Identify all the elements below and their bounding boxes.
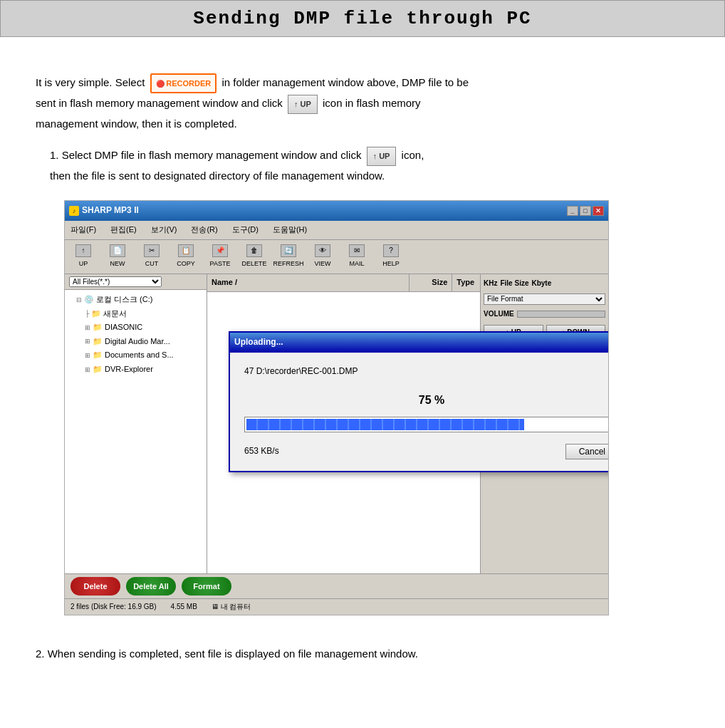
tree-label-disk: 로컬 디스크 (C:) <box>96 293 152 306</box>
window-titlebar: ♪ SHARP MP3 II _ □ ✕ <box>65 201 608 221</box>
folder-tree: ⊟ 💿 로컬 디스크 (C:) ├ 📁 새문서 ⊞ 📁 DIASONIC <box>65 290 207 380</box>
step1-line2: then the file is sent to designated dire… <box>50 170 385 182</box>
upload-title: Uploading... <box>234 335 283 350</box>
expand-icon-digital: ⊞ <box>85 336 90 346</box>
tree-label-diasonic: DIASONIC <box>105 321 142 334</box>
folder-icon-docs: 📁 <box>93 349 103 362</box>
filesize-label: File Size <box>500 277 528 290</box>
expand-icon-diasonic: ⊞ <box>85 323 90 333</box>
upload-speed: 653 KB/s <box>244 444 279 459</box>
new-toolbar-icon: 📄 <box>110 244 125 257</box>
volume-row: VOLUME <box>484 308 605 321</box>
window-controls[interactable]: _ □ ✕ <box>567 206 604 216</box>
tree-item-docs[interactable]: ⊞ 📁 Documents and S... <box>68 348 204 363</box>
tree-label-newdoc: 새문서 <box>103 308 127 321</box>
delete-button[interactable]: Delete <box>71 577 120 596</box>
tree-item-dvr[interactable]: ⊞ 📁 DVR-Explorer <box>68 363 204 377</box>
folder-icon-digital: 📁 <box>93 336 103 348</box>
intro-line2-after: icon in flash memory <box>323 97 421 109</box>
window-bottom-bar: Delete Delete All Format <box>65 573 608 598</box>
toolbar-up[interactable]: ↑ UP <box>68 242 99 271</box>
expand-icon-dvr: ⊞ <box>85 365 90 375</box>
volume-label: VOLUME <box>484 308 514 321</box>
upload-percent: 75 % <box>244 390 608 411</box>
view-toolbar-icon: 👁 <box>315 244 330 257</box>
tree-item-disk[interactable]: ⊟ 💿 로컬 디스크 (C:) <box>68 293 204 307</box>
toolbar-refresh[interactable]: 🔄 REFRESH <box>273 242 304 271</box>
menu-view[interactable]: 보기(V) <box>148 222 180 238</box>
cancel-button[interactable]: Cancel <box>565 444 608 459</box>
format-button[interactable]: Format <box>182 577 231 596</box>
intro-line3: management window, then it is completed. <box>36 118 237 130</box>
volume-slider[interactable] <box>517 311 605 318</box>
status-size: 4.55 MB <box>171 600 197 613</box>
mail-toolbar-icon: ✉ <box>349 244 365 257</box>
intro-paragraph: It is very simple. Select RECORDER in fo… <box>36 73 689 134</box>
filesize-unit: Kbyte <box>531 277 551 290</box>
menu-transfer[interactable]: 전송(R) <box>188 222 220 238</box>
toolbar-mail[interactable]: ✉ MAIL <box>341 242 372 271</box>
toolbar-new[interactable]: 📄 NEW <box>102 242 133 271</box>
menu-help[interactable]: 도움말(H) <box>270 222 310 238</box>
step1-main: 1. Select DMP file in flash memory manag… <box>50 149 361 161</box>
toolbar-help[interactable]: ? HELP <box>375 242 407 271</box>
copy-toolbar-icon: 📋 <box>178 244 194 257</box>
progress-bar-fill <box>246 419 524 430</box>
tree-label-docs: Documents and S... <box>105 349 174 362</box>
toolbar: ↑ UP 📄 NEW ✂ CUT 📋 COPY 📌 PASTE 🗑 DELE <box>65 240 608 274</box>
tree-item-diasonic[interactable]: ⊞ 📁 DIASONIC <box>68 321 204 335</box>
upload-footer: 653 KB/s Cancel <box>244 444 608 459</box>
tree-label-dvr: DVR-Explorer <box>105 363 153 376</box>
upload-body: 47 D:\recorder\REC-001.DMP 75 % 653 KB/s… <box>230 353 608 471</box>
toolbar-cut[interactable]: ✂ CUT <box>136 242 167 271</box>
expand-icon: ⊟ <box>76 295 82 305</box>
toolbar-delete[interactable]: 🗑 DELETE <box>239 242 270 271</box>
titlebar-left: ♪ SHARP MP3 II <box>69 203 139 219</box>
refresh-toolbar-icon: 🔄 <box>281 244 296 257</box>
intro-line1-after: in folder management window above, DMP f… <box>221 76 469 88</box>
intro-line1-before: It is very simple. Select <box>36 76 148 88</box>
maximize-button[interactable]: □ <box>580 206 591 216</box>
menu-edit[interactable]: 편집(E) <box>108 222 140 238</box>
page-header: Sending DMP file through PC <box>0 0 725 37</box>
window-icon: ♪ <box>69 206 79 216</box>
flash-khz-row: KHz File Size Kbyte <box>484 277 605 290</box>
folder-icon-diasonic: 📁 <box>93 321 103 334</box>
delete-toolbar-icon: 🗑 <box>246 244 262 257</box>
upload-titlebar: Uploading... ✕ <box>230 333 608 353</box>
file-list-panel: Name / Size Type Modified KHz File Size … <box>207 274 608 573</box>
delete-all-button[interactable]: Delete All <box>126 577 176 596</box>
toolbar-view[interactable]: 👁 VIEW <box>307 242 338 271</box>
window-body: All Files(*.*) ⊟ 💿 로컬 디스크 (C:) ├ 📁 새문서 <box>65 274 608 573</box>
menu-bar: 파일(F) 편집(E) 보기(V) 전송(R) 도구(D) 도움말(H) <box>65 221 608 240</box>
folder-icon-newdoc: 📁 <box>91 308 101 321</box>
status-files: 2 files (Disk Free: 16.9 GB) <box>71 600 157 613</box>
menu-file[interactable]: 파일(F) <box>68 222 99 238</box>
page-title: Sending DMP file through PC <box>1 8 724 29</box>
screenshot-window: ♪ SHARP MP3 II _ □ ✕ 파일(F) 편집(E) 보기(V) 전… <box>64 200 609 615</box>
tree-label-digital: Digital Audio Mar... <box>105 336 170 348</box>
window-title: SHARP MP3 II <box>82 203 139 219</box>
file-filter-select[interactable]: All Files(*.*) <box>69 276 162 287</box>
close-button[interactable]: ✕ <box>593 206 604 216</box>
folder-tree-panel: All Files(*.*) ⊟ 💿 로컬 디스크 (C:) ├ 📁 새문서 <box>65 274 207 573</box>
col-size: Size <box>410 274 452 291</box>
help-toolbar-icon: ? <box>383 244 399 257</box>
toolbar-copy[interactable]: 📋 COPY <box>170 242 202 271</box>
toolbar-paste[interactable]: 📌 PASTE <box>204 242 236 271</box>
intro-line2: sent in flash memory management window a… <box>36 97 283 109</box>
fileformat-select[interactable]: File Format <box>484 293 605 305</box>
panel-header: All Files(*.*) <box>65 274 207 290</box>
progress-bar-container <box>244 417 608 432</box>
disk-icon: 💿 <box>84 293 94 306</box>
col-name: Name / <box>207 274 410 291</box>
minimize-button[interactable]: _ <box>567 206 578 216</box>
tree-item-newdoc[interactable]: ├ 📁 새문서 <box>68 307 204 321</box>
tree-item-digital[interactable]: ⊞ 📁 Digital Audio Mar... <box>68 335 204 349</box>
menu-tools[interactable]: 도구(D) <box>229 222 261 238</box>
cut-toolbar-icon: ✂ <box>144 244 160 257</box>
step1-icon-after: icon, <box>402 149 424 161</box>
status-bar: 2 files (Disk Free: 16.9 GB) 4.55 MB 🖥 내… <box>65 598 608 615</box>
step1-text: 1. Select DMP file in flash memory manag… <box>50 145 689 186</box>
upload-dialog: Uploading... ✕ 47 D:\recorder\REC-001.DM… <box>229 331 608 472</box>
